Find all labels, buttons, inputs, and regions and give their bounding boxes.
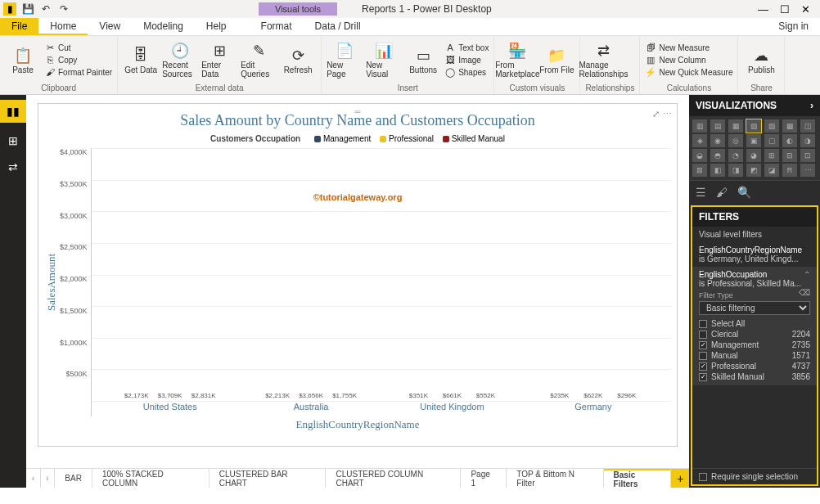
filter-type-select[interactable]: Basic filtering xyxy=(699,301,810,315)
recent-sources-button[interactable]: 🕘Recent Sources xyxy=(162,41,198,79)
home-tab[interactable]: Home xyxy=(38,18,88,35)
minimize-button[interactable]: — xyxy=(758,3,768,16)
drill-handle-icon[interactable]: ═ xyxy=(354,107,360,116)
checkbox-icon[interactable] xyxy=(699,352,707,360)
report-view-icon[interactable]: ▮▮ xyxy=(0,100,26,123)
add-page-button[interactable]: + xyxy=(671,469,689,488)
page-nav-left[interactable]: ‹ xyxy=(26,469,41,488)
cut-button[interactable]: ✂Cut xyxy=(44,42,112,53)
filter-option[interactable]: Skilled Manual3856 xyxy=(699,371,810,382)
copy-button[interactable]: ⎘Copy xyxy=(44,54,112,65)
file-tab[interactable]: File xyxy=(0,18,38,35)
manage-relationships-button[interactable]: ⇄Manage Relationships xyxy=(585,41,621,79)
page-tab[interactable]: CLUSTERED BAR CHART xyxy=(210,469,327,488)
viz-type-10[interactable]: ▣ xyxy=(746,134,761,147)
filter-option[interactable]: Management2735 xyxy=(699,340,810,350)
visualizations-header[interactable]: VISUALIZATIONS› xyxy=(689,95,820,116)
checkbox-icon[interactable] xyxy=(699,373,707,381)
analytics-icon[interactable]: 🔍 xyxy=(737,186,751,199)
viz-type-16[interactable]: ◔ xyxy=(728,149,743,162)
viz-type-8[interactable]: ◉ xyxy=(710,134,725,147)
image-button[interactable]: 🖼Image xyxy=(444,54,489,65)
redo-icon[interactable]: ↷ xyxy=(57,2,70,16)
format-painter-button[interactable]: 🖌Format Painter xyxy=(44,66,112,78)
checkbox-icon[interactable] xyxy=(699,341,707,349)
viz-type-1[interactable]: ▤ xyxy=(710,119,725,133)
clear-filter-icon[interactable]: ⌫ xyxy=(799,288,810,297)
buttons-button[interactable]: ▭Buttons xyxy=(405,46,441,74)
new-column-button[interactable]: ▥New Column xyxy=(645,54,732,65)
from-marketplace-button[interactable]: 🏪From Marketplace xyxy=(499,41,535,79)
paste-button[interactable]: 📋Paste xyxy=(5,46,41,74)
maximize-button[interactable]: ☐ xyxy=(780,3,790,16)
signin-link[interactable]: Sign in xyxy=(767,18,820,35)
viz-type-20[interactable]: ⊡ xyxy=(800,149,815,162)
viz-type-24[interactable]: ◩ xyxy=(746,164,761,177)
viz-type-27[interactable]: ⋯ xyxy=(800,164,815,177)
filter-option[interactable]: Clerical2204 xyxy=(699,329,810,340)
format-icon[interactable]: 🖌 xyxy=(716,186,728,199)
viz-type-9[interactable]: ◎ xyxy=(728,134,743,147)
shapes-button[interactable]: ◯Shapes xyxy=(444,66,489,78)
page-tab[interactable]: TOP & Bittom N Filter xyxy=(507,469,603,488)
undo-icon[interactable]: ↶ xyxy=(39,2,52,16)
new-quick-measure-button[interactable]: ⚡New Quick Measure xyxy=(645,66,732,78)
viz-type-19[interactable]: ⊟ xyxy=(782,149,797,162)
publish-button[interactable]: ☁Publish xyxy=(743,46,779,74)
more-options-icon[interactable]: ⋯ xyxy=(663,109,672,119)
from-file-button[interactable]: 📁From File xyxy=(538,46,574,74)
focus-mode-icon[interactable]: ⤢ xyxy=(652,109,660,119)
page-tab[interactable]: 100% STACKED COLUMN xyxy=(92,469,210,488)
filter-occupation[interactable]: EnglishOccupation ⌃ is Professional, Ski… xyxy=(692,267,817,385)
viz-type-23[interactable]: ◨ xyxy=(728,164,743,177)
viz-type-3[interactable]: ▧ xyxy=(746,119,761,133)
viz-type-26[interactable]: R xyxy=(782,164,797,177)
viz-type-11[interactable]: ▢ xyxy=(764,134,779,147)
viz-type-4[interactable]: ▨ xyxy=(764,119,779,133)
fields-icon[interactable]: ☰ xyxy=(696,186,706,199)
page-tab[interactable]: Basic Filters xyxy=(604,469,672,488)
textbox-button[interactable]: AText box xyxy=(444,42,489,53)
filter-option[interactable]: Professional4737 xyxy=(699,361,810,371)
viz-type-17[interactable]: ◕ xyxy=(746,149,761,162)
filter-option[interactable]: Manual1571 xyxy=(699,350,810,361)
viz-type-25[interactable]: ◪ xyxy=(764,164,779,177)
new-measure-button[interactable]: 🗐New Measure xyxy=(645,42,732,53)
edit-queries-button[interactable]: ✎Edit Queries xyxy=(241,41,277,79)
viz-type-21[interactable]: ⊠ xyxy=(692,164,707,177)
new-page-button[interactable]: 📄New Page xyxy=(327,41,363,79)
checkbox-icon[interactable] xyxy=(699,362,707,371)
viz-type-7[interactable]: ◈ xyxy=(692,134,707,147)
viz-type-22[interactable]: ◧ xyxy=(710,164,725,177)
page-tab[interactable]: Page 1 xyxy=(461,469,507,488)
close-button[interactable]: ✕ xyxy=(801,3,810,16)
help-tab[interactable]: Help xyxy=(195,18,238,35)
checkbox-icon[interactable] xyxy=(699,331,707,339)
enter-data-button[interactable]: ⊞Enter Data xyxy=(201,41,237,79)
data-view-icon[interactable]: ⊞ xyxy=(5,133,21,149)
chart-visual[interactable]: ═ ⤢ ⋯ Sales Amount by Country Name and C… xyxy=(38,103,678,447)
viz-type-2[interactable]: ▦ xyxy=(728,119,743,133)
viz-type-15[interactable]: ◓ xyxy=(710,149,725,162)
viz-type-18[interactable]: ⊞ xyxy=(764,149,779,162)
new-visual-button[interactable]: 📊New Visual xyxy=(366,41,402,79)
filter-country[interactable]: EnglishCountryRegionName is Germany, Uni… xyxy=(692,242,817,267)
model-view-icon[interactable]: ⇄ xyxy=(5,159,21,175)
viz-type-14[interactable]: ◒ xyxy=(692,149,707,162)
viz-type-5[interactable]: ▩ xyxy=(782,119,797,133)
modeling-tab[interactable]: Modeling xyxy=(132,18,195,35)
format-tab[interactable]: Format xyxy=(250,18,304,35)
require-single-selection[interactable]: Require single selection xyxy=(692,468,817,484)
checkbox-icon[interactable] xyxy=(699,320,707,328)
page-nav-right[interactable]: › xyxy=(41,469,56,488)
viz-type-13[interactable]: ◑ xyxy=(800,134,815,147)
viz-type-12[interactable]: ◐ xyxy=(782,134,797,147)
save-icon[interactable]: 💾 xyxy=(21,2,34,16)
chevron-up-icon[interactable]: ⌃ xyxy=(804,270,810,279)
refresh-button[interactable]: ⟳Refresh xyxy=(280,46,316,74)
filter-option[interactable]: Select All xyxy=(699,318,810,329)
page-tab[interactable]: CLUSTERED COLUMN CHART xyxy=(326,469,461,488)
viz-type-6[interactable]: ◫ xyxy=(800,119,815,133)
viz-type-0[interactable]: ▥ xyxy=(692,119,707,133)
datadrill-tab[interactable]: Data / Drill xyxy=(304,18,372,35)
